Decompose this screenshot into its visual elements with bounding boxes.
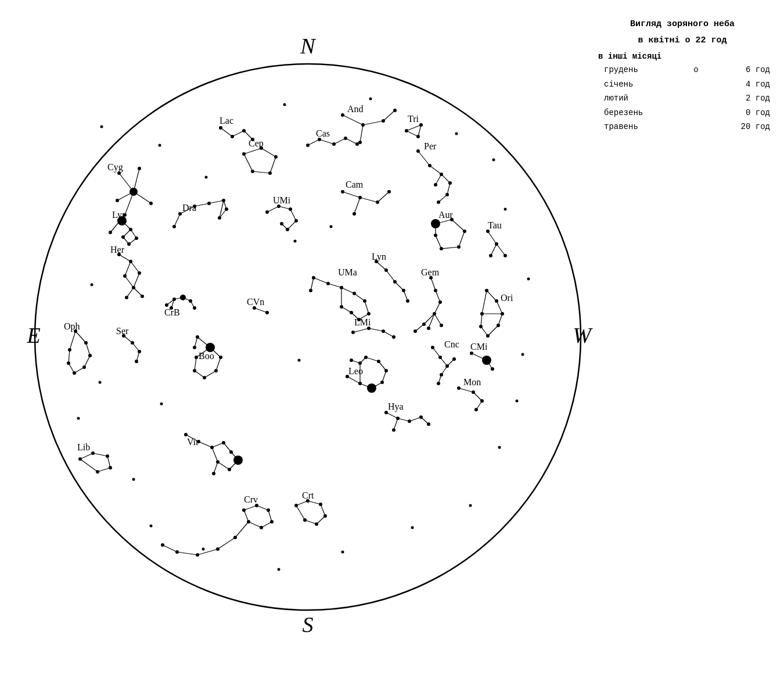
svg-point-34	[419, 123, 423, 127]
svg-point-112	[138, 271, 141, 275]
svg-point-99	[289, 207, 292, 211]
month-row-3: лютий 2 год	[592, 91, 772, 105]
svg-point-245	[491, 367, 494, 371]
svg-point-261	[472, 390, 475, 394]
cas-label: Cas	[316, 128, 330, 138]
svg-point-379	[516, 400, 519, 403]
svg-point-326	[222, 441, 225, 444]
svg-point-224	[392, 335, 395, 339]
svg-point-102	[280, 222, 283, 225]
svg-point-235	[219, 356, 222, 359]
svg-point-134	[376, 200, 379, 204]
svg-point-254	[452, 357, 456, 361]
svg-point-388	[160, 403, 163, 406]
lib-label: Lib	[77, 442, 90, 452]
svg-point-366	[100, 126, 103, 128]
months-table: грудень о 6 год січень 4 год лютий 2 год…	[592, 63, 772, 134]
svg-point-390	[294, 240, 297, 243]
svg-point-33	[405, 129, 408, 132]
svg-point-212	[350, 311, 353, 314]
svg-point-365	[303, 518, 307, 522]
svg-point-194	[480, 312, 484, 316]
cam-label: Cam	[346, 180, 364, 189]
info-title-line1: Вигляд зоряного неба	[592, 17, 772, 31]
svg-point-238	[193, 369, 196, 372]
svg-point-18	[231, 135, 234, 138]
svg-point-399	[196, 553, 199, 557]
svg-point-223	[382, 329, 385, 333]
svg-point-243	[470, 352, 473, 355]
svg-point-176	[422, 322, 426, 326]
cmi-label: CMi	[470, 342, 488, 352]
svg-point-380	[498, 446, 501, 449]
svg-point-323	[184, 433, 188, 436]
svg-point-163	[402, 289, 405, 292]
svg-point-376	[77, 417, 80, 420]
svg-point-279	[84, 341, 88, 345]
svg-point-207	[340, 286, 343, 289]
svg-point-283	[67, 361, 70, 365]
month-row-5: травень 20 год	[592, 120, 772, 134]
svg-point-52	[274, 155, 278, 159]
svg-point-114	[132, 286, 135, 289]
svg-point-27	[382, 119, 385, 123]
svg-point-63	[440, 173, 443, 176]
svg-point-371	[455, 132, 458, 135]
svg-point-375	[99, 381, 102, 384]
info-panel: Вигляд зоряного неба в квітні о 22 год в…	[592, 17, 772, 134]
month-row-4: березень 0 год	[592, 106, 772, 120]
tri-label: Tri	[408, 114, 419, 124]
svg-point-236	[214, 369, 218, 372]
svg-point-122	[165, 303, 168, 307]
svg-point-255	[440, 373, 443, 377]
svg-point-301	[358, 361, 362, 365]
svg-point-133	[358, 196, 362, 199]
month-hour-5: 20 год	[709, 120, 772, 134]
umi-label: UMi	[273, 195, 291, 205]
svg-point-12	[149, 202, 153, 205]
svg-point-135	[387, 190, 391, 193]
svg-point-162	[393, 280, 397, 284]
svg-point-123	[172, 297, 176, 301]
svg-point-155	[489, 254, 492, 257]
star-map-container: N S E W Cyg Lac And Tri Cas	[17, 17, 598, 657]
svg-point-240	[193, 346, 196, 349]
svg-point-369	[159, 144, 161, 147]
svg-point-132	[341, 190, 344, 193]
svg-point-62	[428, 164, 431, 167]
east-label: E	[26, 323, 40, 347]
svg-point-386	[150, 525, 153, 528]
svg-point-295	[358, 382, 362, 385]
month-name-3: лютий	[592, 91, 691, 105]
leo-label: Leo	[348, 366, 363, 376]
svg-point-300	[364, 356, 368, 359]
svg-point-29	[358, 141, 362, 144]
svg-point-244	[482, 356, 491, 365]
svg-point-179	[427, 327, 430, 330]
info-title-line2: в квітні о 22 год	[592, 34, 772, 48]
svg-point-124	[180, 295, 186, 300]
svg-point-313	[392, 428, 395, 432]
svg-point-331	[212, 472, 215, 475]
uma-label: UMa	[338, 267, 357, 277]
oph-label: Oph	[64, 321, 80, 332]
svg-point-147	[440, 247, 443, 250]
svg-point-17	[219, 126, 222, 130]
svg-point-382	[411, 526, 414, 529]
svg-point-297	[380, 381, 384, 384]
svg-point-213	[340, 305, 343, 309]
svg-point-310	[408, 420, 411, 423]
month-name-5: травень	[592, 120, 691, 134]
svg-point-367	[369, 98, 372, 101]
svg-point-337	[78, 457, 82, 461]
svg-point-252	[438, 356, 442, 359]
svg-point-13	[116, 199, 119, 202]
svg-point-214	[309, 289, 312, 292]
crb-label: CrB	[164, 307, 180, 317]
cvn-label: CVn	[247, 297, 264, 307]
svg-point-377	[527, 278, 530, 281]
north-label: N	[300, 34, 317, 58]
svg-point-208	[353, 292, 356, 295]
svg-point-64	[448, 181, 452, 185]
svg-point-299	[377, 360, 380, 363]
